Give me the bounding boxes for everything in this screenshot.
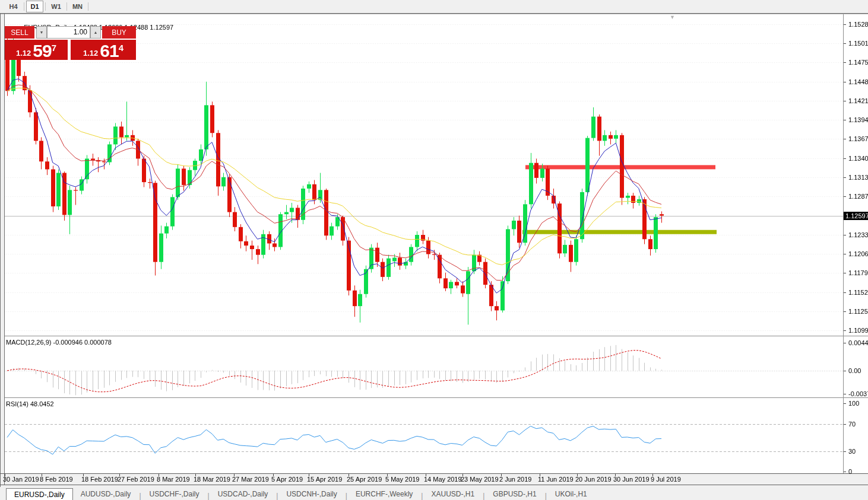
- panel-splitter: [0, 473, 868, 474]
- current-price-value: 1.12597: [845, 212, 868, 219]
- chart-tab-bar: EURUSD-,DailyAUDUSD-,Daily|USDCHF-,Daily…: [0, 488, 868, 500]
- price-tick-label: 1.13945: [848, 116, 868, 123]
- date-tick-label: 8 Mar 2019: [157, 476, 190, 483]
- price-tick-label: 1.11795: [848, 269, 868, 276]
- chart-tab-eurusd-daily[interactable]: EURUSD-,Daily: [6, 488, 73, 500]
- date-tick-label: 11 Jun 2019: [538, 476, 574, 483]
- date-tick-label: 18 Feb 2019: [81, 476, 118, 483]
- chart-tab-ukoil-h1[interactable]: UKOil-,H1: [547, 488, 595, 500]
- date-tick-label: 25 Apr 2019: [347, 476, 382, 483]
- date-tick-label: 8 Feb 2019: [40, 476, 73, 483]
- price-chart-canvas[interactable]: [0, 0, 868, 500]
- price-scale-border: [843, 14, 844, 473]
- sell-button[interactable]: SELL: [5, 26, 34, 39]
- rsi-tick-label: 30: [848, 448, 856, 455]
- rsi-label: RSI(14) 48.0452: [6, 400, 54, 407]
- buy-button[interactable]: BUY: [102, 26, 136, 39]
- date-tick-label: 5 Apr 2019: [271, 476, 303, 483]
- sell-price-big: 59: [33, 43, 51, 59]
- price-tick-label: 1.13675: [848, 135, 868, 142]
- price-tick-label: 1.14750: [848, 59, 868, 66]
- current-price-badge: 1.12597: [844, 212, 868, 220]
- date-tick-label: 9 Jul 2019: [651, 476, 681, 483]
- macd-tick-label: 0.00: [848, 367, 861, 374]
- date-tick-label: 15 Apr 2019: [307, 476, 342, 483]
- buy-price-button[interactable]: 1.12614: [71, 40, 136, 60]
- date-tick-label: 5 May 2019: [385, 476, 419, 483]
- panel-splitter[interactable]: [5, 397, 868, 398]
- volume-increase-button[interactable]: ▲: [90, 26, 101, 39]
- price-tick-label: 1.15015: [848, 40, 868, 47]
- price-tick-label: 1.15285: [848, 21, 868, 28]
- date-tick-label: 30 Jun 2019: [613, 476, 650, 483]
- price-tick-label: 1.11255: [848, 308, 868, 315]
- rsi-tick-label: 70: [848, 421, 856, 428]
- macd-tick-label: 0.004465: [848, 339, 868, 346]
- date-tick-label: 14 May 2019: [424, 476, 462, 483]
- date-tick-label: 23 May 2019: [461, 476, 499, 483]
- chart-tab-audusd-daily[interactable]: AUDUSD-,Daily: [73, 488, 139, 500]
- buy-price-prefix: 1.12: [83, 47, 98, 59]
- price-tick-label: 1.12065: [848, 250, 868, 257]
- price-tick-label: 1.14480: [848, 78, 868, 85]
- chart-tab-xauusd-h1[interactable]: XAUUSD-,H1: [423, 488, 482, 500]
- panel-splitter[interactable]: [5, 336, 868, 336]
- rsi-tick-label: 100: [848, 400, 859, 407]
- price-tick-label: 1.12870: [848, 193, 868, 200]
- price-tick-label: 1.13135: [848, 174, 868, 181]
- date-tick-label: 2 Jun 2019: [499, 476, 531, 483]
- window-border: [0, 485, 868, 485]
- date-tick-label: 27 Mar 2019: [232, 476, 269, 483]
- sell-price-sup: 7: [52, 43, 56, 52]
- price-tick-label: 1.14210: [848, 97, 868, 104]
- sell-price-button[interactable]: 1.12597: [5, 40, 68, 60]
- date-tick-label: 30 Jan 2019: [3, 476, 39, 483]
- date-tick-label: 20 Jun 2019: [575, 476, 612, 483]
- mt4-window: H4 D1 W1 MN ▲EURUSD-,Daily 1.12488 1.126…: [0, 0, 868, 500]
- chart-tab-usdcad-daily[interactable]: USDCAD-,Daily: [210, 488, 276, 500]
- price-tick-label: 1.11525: [848, 289, 868, 296]
- macd-tick-label: -0.003715: [848, 390, 868, 397]
- chart-tab-usdchf-daily[interactable]: USDCHF-,Daily: [142, 488, 207, 500]
- date-tick-label: 27 Feb 2019: [118, 476, 154, 483]
- volume-input[interactable]: 1.00: [47, 26, 90, 39]
- price-tick-label: 1.10990: [848, 327, 868, 334]
- chart-tab-usdcnh-daily[interactable]: USDCNH-,Daily: [278, 488, 344, 500]
- sell-price-prefix: 1.12: [16, 47, 31, 59]
- date-tick-label: 18 Mar 2019: [194, 476, 230, 483]
- buy-price-big: 61: [100, 43, 118, 59]
- price-tick-label: 1.13405: [848, 155, 868, 162]
- volume-decrease-button[interactable]: ▼: [36, 26, 47, 39]
- buy-price-sup: 4: [119, 43, 123, 52]
- chart-tab-gbpusd-h1[interactable]: GBPUSD-,H1: [485, 488, 544, 500]
- macd-label: MACD(12,26,9) -0.000946 0.000078: [6, 339, 112, 346]
- price-tick-label: 1.12330: [848, 231, 868, 238]
- chart-tab-eurchf-weekly[interactable]: EURCHF-,Weekly: [348, 488, 420, 500]
- chart-shift-marker-icon[interactable]: ▼: [670, 14, 675, 20]
- rsi-tick-label: 0: [848, 468, 852, 475]
